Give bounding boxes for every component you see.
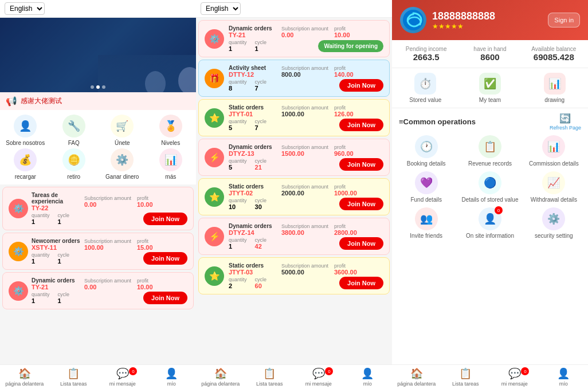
ops-grid: 🕐 Booking details 📋 Revenue records 📊 Co…: [392, 133, 588, 241]
op-on-site-info[interactable]: 👤 0 On site information: [460, 207, 519, 239]
nav-home-1[interactable]: 🏠 página delantera: [0, 367, 49, 387]
lang-bar-2: English: [196, 0, 392, 18]
nav-tasks-1[interactable]: 📋 Lista tareas: [49, 367, 99, 387]
ganar-icon: ⚙️: [111, 148, 134, 171]
op-withdrawal-details[interactable]: 📈 Withdrawal details: [524, 171, 583, 203]
profile-stars: ★★★★★: [432, 22, 542, 30]
join-btn-xsty11[interactable]: Join Now: [143, 252, 187, 265]
messages-badge-3: 0: [521, 367, 529, 375]
grid-item-sobre[interactable]: 👤 Sobre nosotros: [2, 115, 49, 146]
order-bottom-p2-3: quantity 5 cycle 21 Join Now: [229, 158, 383, 171]
nav-messages-2[interactable]: 💬 0 mi mensaje: [294, 367, 343, 387]
language-select-1[interactable]: English: [5, 2, 45, 15]
op-commission-label: Commission details: [529, 160, 579, 167]
stat-hand-label: have in hand: [459, 46, 520, 52]
hero-dot: [96, 85, 100, 89]
grid-item-recargar[interactable]: 💰 recargar: [2, 148, 49, 180]
nav-home-3[interactable]: 🏠 página delantera: [392, 367, 441, 387]
grid-item-retiro[interactable]: 🪙 retiro: [51, 148, 97, 180]
common-ops-title: ≡Common operations: [399, 117, 476, 126]
order-card-p2-dtyz14: ⚡ Dynamic orders DTYZ-14 Subscription am…: [198, 218, 390, 255]
order-bottom-p2-5: quantity 1 cycle 42 Join Now: [229, 237, 383, 250]
nav-tasks-label-2: Lista tareas: [256, 381, 283, 387]
join-btn-p2-5[interactable]: Join Now: [339, 237, 383, 250]
grid-item-mas[interactable]: 📊 más: [148, 148, 194, 180]
op-fund-label: Fund details: [410, 197, 441, 203]
join-btn-p2-4[interactable]: Join Now: [339, 198, 383, 210]
op-stored-value-details[interactable]: 🔵 Details of stored value: [460, 171, 519, 203]
join-btn-ty21[interactable]: Join Now: [143, 292, 187, 304]
tasks-icon-3: 📋: [459, 367, 472, 380]
order-qty-xsty11: quantity 1 cycle 1: [32, 252, 69, 265]
refresh-label: Refresh Page: [550, 125, 581, 131]
order-sub-ty22: Subscription amount 0.00: [84, 195, 135, 208]
order-card-p2-jtyt03: ⭐ Static orders JTYT-03 Subscription amo…: [198, 257, 390, 294]
messages-icon-1: 💬: [116, 367, 129, 380]
grid-menu-1: 👤 Sobre nosotros 🔧 FAQ 🛒 Únete 🏅 Niveles…: [0, 110, 196, 184]
hero-banner-1: [0, 18, 196, 92]
op-security-label: security setting: [535, 233, 573, 239]
grid-item-unete[interactable]: 🛒 Únete: [99, 115, 146, 146]
nav-mio-label-1: mío: [167, 381, 176, 387]
p1-orders: ⚙️ Tareas de experiencia TY-22 Subscript…: [0, 184, 196, 364]
join-btn-ty22[interactable]: Join Now: [143, 213, 187, 225]
nav-home-2[interactable]: 🏠 página delantera: [196, 367, 245, 387]
op-invite-friends[interactable]: 👥 Invite friends: [397, 207, 456, 239]
home-icon-1: 🏠: [18, 367, 31, 380]
drawing-icon: 📊: [544, 73, 566, 95]
grid-item-niveles[interactable]: 🏅 Niveles: [148, 115, 194, 146]
language-select-2[interactable]: English: [201, 2, 241, 15]
join-btn-p2-1[interactable]: Join Now: [339, 79, 383, 92]
stats-bar: Pending income 2663.5 have in hand 8600 …: [392, 40, 588, 68]
nav-messages-3[interactable]: 💬 0 mi mensaje: [490, 367, 539, 387]
nav-tasks-2[interactable]: 📋 Lista tareas: [245, 367, 295, 387]
op-booking-label: Booking details: [407, 160, 446, 167]
grid-item-ganar[interactable]: ⚙️ Ganar dinero: [99, 148, 146, 180]
nav-mio-2[interactable]: 👤 mío: [343, 367, 393, 387]
hero-dot: [91, 85, 94, 89]
recargar-icon: 💰: [14, 148, 37, 171]
join-btn-p2-3[interactable]: Join Now: [339, 158, 383, 171]
order-card-p2-ty21: ⚙️ Dynamic orders TY-21 Subscription amo…: [198, 20, 390, 57]
messages-icon-3: 💬: [508, 367, 521, 380]
op-revenue-records[interactable]: 📋 Revenue records: [460, 135, 519, 167]
profile-header: 18888888888 ★★★★★ Sign in: [392, 0, 588, 40]
order-bottom-p2-2: quantity 5 cycle 7 Join Now: [229, 119, 383, 131]
stat-balance-val: 69085.428: [523, 52, 585, 62]
qa-my-team[interactable]: ✅ My team: [459, 73, 522, 103]
op-security-setting[interactable]: ⚙️ security setting: [524, 207, 583, 239]
revenue-records-icon: 📋: [479, 135, 501, 158]
order-type-ty22: Tareas de experiencia TY-22: [32, 192, 82, 211]
nav-mio-1[interactable]: 👤 mío: [147, 367, 197, 387]
nav-messages-1[interactable]: 💬 0 mi mensaje: [98, 367, 147, 387]
mio-icon-2: 👤: [361, 367, 374, 380]
qa-drawing-label: drawing: [544, 97, 565, 103]
grid-item-faq[interactable]: 🔧 FAQ: [51, 115, 97, 146]
nav-tasks-3[interactable]: 📋 Lista tareas: [441, 367, 491, 387]
op-fund-details[interactable]: 💜 Fund details: [397, 171, 456, 203]
profile-phone: 18888888888: [432, 10, 542, 22]
op-stored-value-label: Details of stored value: [462, 197, 519, 203]
quick-actions: ⏱️ Stored value ✅ My team 📊 drawing: [392, 68, 588, 108]
grid-label-niveles: Niveles: [161, 140, 180, 146]
retiro-icon: 🪙: [62, 148, 85, 171]
tasks-icon-1: 📋: [67, 367, 80, 380]
order-qty-ty21: quantity 1 cycle 1: [32, 292, 69, 304]
op-booking-details[interactable]: 🕐 Booking details: [397, 135, 456, 167]
refresh-button[interactable]: 🔄 Refresh Page: [550, 113, 581, 131]
orders-section-2: ⚙️ Dynamic orders TY-21 Subscription amo…: [196, 18, 392, 364]
op-commission-details[interactable]: 📊 Commission details: [524, 135, 583, 167]
nav-mio-3[interactable]: 👤 mío: [539, 367, 589, 387]
qa-my-team-label: My team: [479, 97, 501, 103]
order-type-ty21: Dynamic orders TY-21: [32, 277, 82, 290]
qa-drawing[interactable]: 📊 drawing: [523, 73, 586, 103]
waiting-btn-p2-0[interactable]: Waiting for opening: [318, 40, 383, 52]
sign-in-button[interactable]: Sign in: [548, 13, 580, 27]
join-btn-p2-2[interactable]: Join Now: [339, 119, 383, 131]
join-btn-p2-6[interactable]: Join Now: [339, 277, 383, 289]
order-icon-p2-jtyt01: ⭐: [205, 108, 224, 128]
order-icon-ty22: ⚙️: [9, 199, 28, 218]
security-setting-icon: ⚙️: [542, 207, 565, 230]
commission-details-icon: 📊: [542, 135, 565, 158]
qa-stored-value[interactable]: ⏱️ Stored value: [394, 73, 457, 103]
